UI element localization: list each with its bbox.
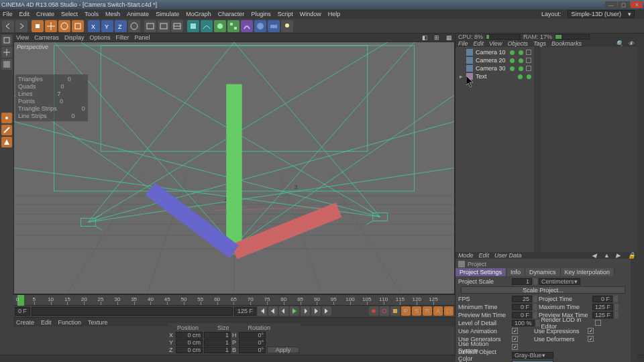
poly-mode-icon[interactable] <box>1 137 12 147</box>
scrollbar[interactable] <box>631 259 637 362</box>
layout-dropdown[interactable]: Simple-13D (User) ▾ <box>568 10 635 18</box>
edge-mode-icon[interactable] <box>1 125 12 135</box>
apply-button[interactable]: Apply <box>267 347 299 353</box>
array-icon[interactable] <box>227 20 239 32</box>
obj-menu-edit[interactable]: Edit <box>474 40 484 47</box>
visibility-dot[interactable] <box>510 66 515 71</box>
next-frame-icon[interactable] <box>301 306 310 316</box>
project-scale-field[interactable]: 1 <box>512 278 532 285</box>
coord-system-icon[interactable] <box>128 20 140 32</box>
object-row[interactable]: Camera 30 <box>455 64 534 72</box>
obj-menu-tags[interactable]: Tags <box>533 40 546 47</box>
texture-mode-icon[interactable] <box>1 59 12 70</box>
object-row[interactable]: Camera 10 <box>455 48 534 56</box>
key-pos-icon[interactable]: P <box>401 306 411 316</box>
menu-simulate[interactable]: Simulate <box>156 11 179 17</box>
deformer-icon[interactable] <box>241 20 253 32</box>
ctx-edit[interactable]: Edit <box>41 319 52 326</box>
render-dot[interactable] <box>519 58 523 63</box>
pos-x-field[interactable]: 0 cm <box>176 332 203 339</box>
min-time-field[interactable]: 0 F <box>512 304 532 310</box>
tag-icon[interactable] <box>526 50 531 55</box>
size-x-field[interactable]: 1 <box>204 332 231 339</box>
preview-max-field[interactable]: 125 F <box>592 312 613 318</box>
expand-icon[interactable]: ▸ <box>458 73 464 80</box>
record-button[interactable] <box>369 306 378 316</box>
scale-tool-icon[interactable] <box>72 20 84 32</box>
key-scale-icon[interactable]: S <box>412 306 421 316</box>
visibility-dot[interactable] <box>510 58 515 63</box>
render-lod-checkbox[interactable] <box>595 320 601 326</box>
timeline-start-field[interactable]: 0 F <box>15 307 30 316</box>
ctx-function[interactable]: Function <box>58 319 82 326</box>
scale-project-button[interactable]: Scale Project... <box>461 286 625 294</box>
vp-nav-icon[interactable]: ⊞ <box>433 34 440 41</box>
project-time-field[interactable]: 0 F <box>592 296 612 302</box>
rot-b-field[interactable]: 0° <box>239 347 266 353</box>
tab-key-interpolation[interactable]: Key Interpolation <box>561 268 615 276</box>
camera-icon[interactable] <box>268 20 280 32</box>
window-minimize-button[interactable]: — <box>605 1 617 8</box>
key-rot-icon[interactable]: R <box>423 306 432 316</box>
autokey-button[interactable] <box>380 306 389 316</box>
spline-icon[interactable] <box>201 20 213 32</box>
menu-tools[interactable]: Tools <box>85 11 99 17</box>
goto-start-icon[interactable] <box>258 306 267 316</box>
ctx-texture[interactable]: Texture <box>88 319 108 326</box>
pos-z-field[interactable]: 0 cm <box>176 347 203 353</box>
menu-window[interactable]: Window <box>300 11 321 17</box>
object-axis-icon[interactable] <box>1 47 12 58</box>
menu-help[interactable]: Help <box>328 11 341 17</box>
use-generators-checkbox[interactable] <box>512 336 518 342</box>
use-deformers-checkbox[interactable] <box>588 336 594 342</box>
pos-y-field[interactable]: 0 cm <box>176 339 203 346</box>
next-key-icon[interactable] <box>311 306 321 316</box>
attr-menu-userdata[interactable]: User Data <box>494 252 522 259</box>
object-row[interactable]: Camera 20 <box>455 56 534 64</box>
lod-field[interactable]: 100 % <box>512 320 535 326</box>
render-region-icon[interactable] <box>158 20 170 32</box>
vp-menu-filter[interactable]: Filter <box>115 34 129 41</box>
tag-icon[interactable] <box>526 58 531 63</box>
max-time-field[interactable]: 125 F <box>592 304 613 310</box>
visibility-dot[interactable] <box>510 50 515 55</box>
preview-min-field[interactable]: 0 F <box>512 312 532 318</box>
menu-create[interactable]: Create <box>36 11 54 17</box>
model-mode-icon[interactable] <box>1 35 12 46</box>
project-scale-unit-dropdown[interactable]: Centimeters ▾ <box>539 278 580 285</box>
use-expressions-checkbox[interactable] <box>588 328 594 334</box>
color-swatch[interactable] <box>512 360 553 363</box>
timeline-end-field[interactable]: 125 F <box>234 307 256 316</box>
rotate-tool-icon[interactable] <box>58 20 70 32</box>
tab-project-settings[interactable]: Project Settings <box>455 268 506 276</box>
visibility-dot[interactable] <box>518 74 523 79</box>
vp-menu-options[interactable]: Options <box>89 34 110 41</box>
axis-z-icon[interactable]: Z <box>115 20 127 32</box>
obj-menu-bookmarks[interactable]: Bookmarks <box>551 40 582 47</box>
redo-icon[interactable] <box>15 20 28 32</box>
nav-up-icon[interactable]: ▲ <box>604 252 610 259</box>
fps-field[interactable]: 25 <box>512 296 532 302</box>
axis-x-icon[interactable]: X <box>88 20 100 32</box>
obj-menu-file[interactable]: File <box>458 40 468 47</box>
tab-info[interactable]: Info <box>506 268 525 276</box>
timeline-ruler[interactable]: 0510152025303540455055606570758085909510… <box>13 295 455 306</box>
vp-nav-icon[interactable]: ◧ <box>421 34 428 41</box>
light-icon[interactable] <box>281 20 293 32</box>
nav-back-icon[interactable]: ◀ <box>592 252 598 259</box>
default-color-dropdown[interactable]: Gray-Blue ▾ <box>512 352 553 359</box>
render-view-icon[interactable] <box>144 20 156 32</box>
menu-script[interactable]: Script <box>278 11 293 17</box>
vp-menu-display[interactable]: Display <box>64 34 85 41</box>
render-settings-icon[interactable] <box>171 20 183 32</box>
search-icon[interactable]: 🔍 <box>616 40 623 47</box>
menu-file[interactable]: File <box>3 11 13 17</box>
viewport[interactable]: Perspective <box>13 42 455 294</box>
nurbs-icon[interactable] <box>214 20 226 32</box>
play-button[interactable] <box>290 306 299 316</box>
spinner[interactable] <box>533 278 537 285</box>
use-motion-checkbox[interactable] <box>512 344 518 350</box>
key-pla-icon[interactable]: ⬡ <box>444 306 453 316</box>
environment-icon[interactable] <box>254 20 266 32</box>
menu-character[interactable]: Character <box>218 11 245 17</box>
